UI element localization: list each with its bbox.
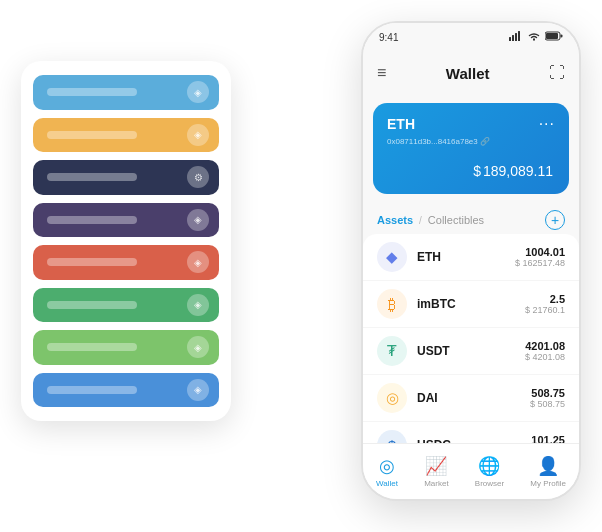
- currency-symbol: $: [473, 163, 481, 179]
- phone-mockup: 9:41: [361, 21, 581, 501]
- asset-name-imbtc: imBTC: [417, 297, 525, 311]
- wifi-icon: [527, 31, 541, 43]
- asset-item-usdt[interactable]: ₮USDT4201.08$ 4201.08: [363, 328, 579, 375]
- asset-item-eth[interactable]: ◆ETH1004.01$ 162517.48: [363, 234, 579, 281]
- status-bar: 9:41: [363, 23, 579, 51]
- balance-value: 189,089.11: [483, 163, 553, 179]
- card-row-icon: ◈: [187, 251, 209, 273]
- card-row-label: [47, 386, 137, 394]
- asset-name-usdt: USDT: [417, 344, 525, 358]
- svg-rect-2: [515, 33, 517, 41]
- card-row-label: [47, 173, 137, 181]
- nav-label-market: Market: [424, 479, 448, 488]
- nav-label-browser: Browser: [475, 479, 504, 488]
- card-row-green-card[interactable]: ◈: [33, 288, 219, 323]
- status-time: 9:41: [379, 32, 398, 43]
- assets-header: Assets / Collectibles +: [363, 202, 579, 234]
- eth-card-balance: $189,089.11: [387, 156, 555, 182]
- card-row-icon: ◈: [187, 379, 209, 401]
- expand-icon[interactable]: ⛶: [549, 64, 565, 82]
- svg-rect-0: [509, 37, 511, 41]
- svg-rect-3: [518, 31, 520, 41]
- asset-item-dai[interactable]: ◎DAI508.75$ 508.75: [363, 375, 579, 422]
- nav-item-market[interactable]: 📈Market: [424, 455, 448, 488]
- asset-name-dai: DAI: [417, 391, 530, 405]
- card-row-label: [47, 216, 137, 224]
- eth-card-header: ETH ···: [387, 115, 555, 133]
- asset-name-eth: ETH: [417, 250, 515, 264]
- asset-amount-usdc: 101.25: [530, 434, 565, 443]
- eth-card[interactable]: ETH ··· 0x08711d3b...8416a78e3 🔗 $189,08…: [373, 103, 569, 194]
- card-row-lightgreen-card[interactable]: ◈: [33, 330, 219, 365]
- card-row-label: [47, 343, 137, 351]
- asset-item-imbtc[interactable]: ₿imBTC2.5$ 21760.1: [363, 281, 579, 328]
- card-row-label: [47, 258, 137, 266]
- asset-icon-dai: ◎: [377, 383, 407, 413]
- eth-card-address: 0x08711d3b...8416a78e3 🔗: [387, 137, 555, 146]
- phone-content: ETH ··· 0x08711d3b...8416a78e3 🔗 $189,08…: [363, 95, 579, 443]
- asset-usd-imbtc: $ 21760.1: [525, 305, 565, 315]
- asset-amount-usdt: 4201.08: [525, 340, 565, 352]
- asset-icon-imbtc: ₿: [377, 289, 407, 319]
- asset-usd-eth: $ 162517.48: [515, 258, 565, 268]
- asset-amount-eth: 1004.01: [515, 246, 565, 258]
- assets-tab-collectibles[interactable]: Collectibles: [428, 214, 484, 226]
- nav-icon-profile: 👤: [537, 455, 559, 477]
- assets-tab-divider: /: [419, 215, 422, 226]
- svg-rect-1: [512, 35, 514, 41]
- card-row-blue2-card[interactable]: ◈: [33, 373, 219, 408]
- asset-icon-usdc: $: [377, 430, 407, 443]
- assets-tab-active[interactable]: Assets: [377, 214, 413, 226]
- asset-item-usdc[interactable]: $USDC101.25$ 101.25: [363, 422, 579, 443]
- card-row-icon: ◈: [187, 336, 209, 358]
- card-row-icon: ◈: [187, 209, 209, 231]
- card-row-red-card[interactable]: ◈: [33, 245, 219, 280]
- asset-amounts-usdt: 4201.08$ 4201.08: [525, 340, 565, 362]
- nav-item-wallet[interactable]: ◎Wallet: [376, 455, 398, 488]
- card-row-label: [47, 301, 137, 309]
- card-row-dark-card[interactable]: ⚙: [33, 160, 219, 195]
- asset-amounts-imbtc: 2.5$ 21760.1: [525, 293, 565, 315]
- card-row-label: [47, 88, 137, 96]
- svg-rect-6: [561, 35, 563, 38]
- asset-amounts-eth: 1004.01$ 162517.48: [515, 246, 565, 268]
- scene: ◈◈⚙◈◈◈◈◈ 9:41: [21, 21, 581, 511]
- asset-usd-usdt: $ 4201.08: [525, 352, 565, 362]
- card-panel: ◈◈⚙◈◈◈◈◈: [21, 61, 231, 421]
- asset-icon-usdt: ₮: [377, 336, 407, 366]
- svg-rect-7: [546, 33, 558, 39]
- card-row-icon: ◈: [187, 81, 209, 103]
- nav-label-profile: My Profile: [530, 479, 566, 488]
- signal-icon: [509, 31, 523, 43]
- nav-icon-market: 📈: [425, 455, 447, 477]
- card-row-icon: ◈: [187, 124, 209, 146]
- nav-item-profile[interactable]: 👤My Profile: [530, 455, 566, 488]
- phone-header: ≡ Wallet ⛶: [363, 51, 579, 95]
- assets-tabs: Assets / Collectibles: [377, 214, 484, 226]
- card-row-icon: ⚙: [187, 166, 209, 188]
- add-asset-button[interactable]: +: [545, 210, 565, 230]
- card-row-icon: ◈: [187, 294, 209, 316]
- svg-point-4: [533, 39, 535, 41]
- asset-amounts-dai: 508.75$ 508.75: [530, 387, 565, 409]
- assets-list: ◆ETH1004.01$ 162517.48₿imBTC2.5$ 21760.1…: [363, 234, 579, 443]
- menu-icon[interactable]: ≡: [377, 64, 386, 82]
- asset-amount-dai: 508.75: [530, 387, 565, 399]
- nav-label-wallet: Wallet: [376, 479, 398, 488]
- nav-item-browser[interactable]: 🌐Browser: [475, 455, 504, 488]
- card-row-purple-card[interactable]: ◈: [33, 203, 219, 238]
- asset-amount-imbtc: 2.5: [525, 293, 565, 305]
- asset-amounts-usdc: 101.25$ 101.25: [530, 434, 565, 443]
- asset-usd-dai: $ 508.75: [530, 399, 565, 409]
- card-row-blue-card[interactable]: ◈: [33, 75, 219, 110]
- card-row-orange-card[interactable]: ◈: [33, 118, 219, 153]
- eth-card-more[interactable]: ···: [539, 115, 555, 133]
- nav-icon-browser: 🌐: [478, 455, 500, 477]
- wallet-title: Wallet: [446, 65, 490, 82]
- nav-icon-wallet: ◎: [379, 455, 395, 477]
- asset-icon-eth: ◆: [377, 242, 407, 272]
- status-icons: [509, 31, 563, 43]
- card-row-label: [47, 131, 137, 139]
- phone-nav: ◎Wallet📈Market🌐Browser👤My Profile: [363, 443, 579, 499]
- battery-icon: [545, 31, 563, 43]
